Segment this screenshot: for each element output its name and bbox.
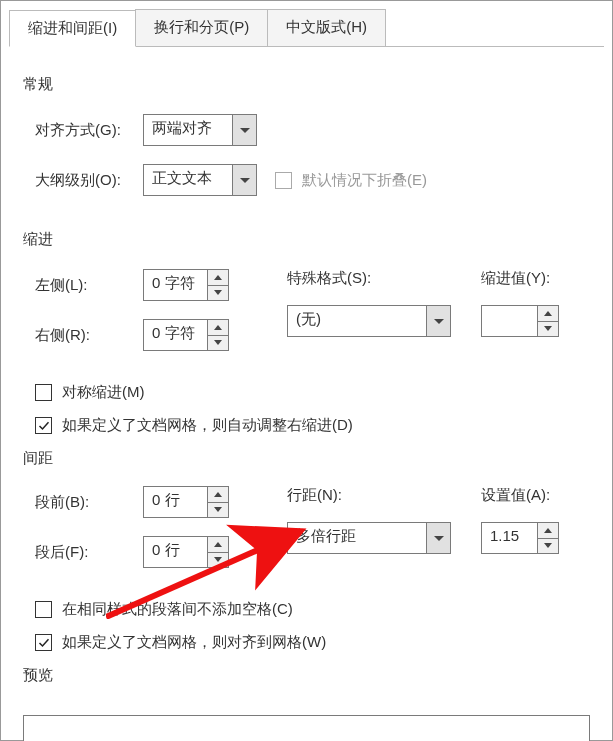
spinner-buttons [207, 319, 229, 351]
col-set-value: 设置值(A): 1.15 [481, 486, 559, 586]
outline-value: 正文文本 [143, 164, 233, 196]
indent-left-label: 左侧(L): [23, 276, 143, 295]
arrow-down-icon [544, 543, 552, 548]
snap-to-grid-checkbox[interactable] [35, 634, 52, 651]
spinner-down-button[interactable] [208, 336, 228, 351]
snap-to-grid-row[interactable]: 如果定义了文档网格，则对齐到网格(W) [35, 633, 590, 652]
space-after-label: 段后(F): [23, 543, 143, 562]
arrow-up-icon [214, 492, 222, 497]
spinner-down-button[interactable] [208, 286, 228, 301]
indent-value-label: 缩进值(Y): [481, 269, 559, 288]
row-space-before: 段前(B): 0 行 [23, 486, 229, 518]
auto-adjust-indent-row[interactable]: 如果定义了文档网格，则自动调整右缩进(D) [35, 416, 590, 435]
section-preview-title: 预览 [23, 666, 590, 685]
arrow-up-icon [214, 325, 222, 330]
spinner-down-button[interactable] [208, 553, 228, 568]
space-after-spinner[interactable]: 0 行 [143, 536, 229, 568]
arrow-down-icon [214, 507, 222, 512]
col-indent-value: 缩进值(Y): [481, 269, 559, 369]
tab-label: 中文版式(H) [286, 18, 367, 35]
spinner-up-button[interactable] [538, 306, 558, 322]
spinner-up-button[interactable] [208, 270, 228, 286]
checkmark-icon [38, 637, 50, 649]
arrow-up-icon [214, 542, 222, 547]
indent-value-spinner[interactable] [481, 305, 559, 337]
checkmark-icon [38, 420, 50, 432]
snap-to-grid-label: 如果定义了文档网格，则对齐到网格(W) [62, 633, 326, 652]
tab-label: 缩进和间距(I) [28, 19, 117, 36]
col-special-format: 特殊格式(S): (无) [287, 269, 451, 369]
spinner-up-button[interactable] [538, 523, 558, 539]
space-after-value[interactable]: 0 行 [143, 536, 207, 568]
line-spacing-select[interactable]: 多倍行距 [287, 522, 451, 554]
alignment-value: 两端对齐 [143, 114, 233, 146]
row-indent-right: 右侧(R): 0 字符 [23, 319, 229, 351]
special-format-label: 特殊格式(S): [287, 269, 451, 288]
special-format-dropdown-button[interactable] [427, 305, 451, 337]
arrow-up-icon [544, 311, 552, 316]
indent-right-label: 右侧(R): [23, 326, 143, 345]
tab-content: 常规 对齐方式(G): 两端对齐 大纲级别(O): 正文文本 默认情况下折叠(E… [1, 47, 612, 705]
no-space-same-style-checkbox[interactable] [35, 601, 52, 618]
auto-adjust-indent-checkbox[interactable] [35, 417, 52, 434]
outline-dropdown-button[interactable] [233, 164, 257, 196]
spinner-buttons [207, 536, 229, 568]
space-before-spinner[interactable]: 0 行 [143, 486, 229, 518]
paragraph-dialog: 缩进和间距(I) 换行和分页(P) 中文版式(H) 常规 对齐方式(G): 两端… [0, 0, 613, 741]
set-value-label: 设置值(A): [481, 486, 559, 505]
mirror-indent-checkbox[interactable] [35, 384, 52, 401]
preview-box [23, 715, 590, 741]
indent-right-spinner[interactable]: 0 字符 [143, 319, 229, 351]
auto-adjust-indent-label: 如果定义了文档网格，则自动调整右缩进(D) [62, 416, 353, 435]
mirror-indent-row[interactable]: 对称缩进(M) [35, 383, 590, 402]
arrow-down-icon [214, 290, 222, 295]
indent-right-value[interactable]: 0 字符 [143, 319, 207, 351]
collapse-checkbox-row: 默认情况下折叠(E) [275, 171, 427, 190]
section-indent-title: 缩进 [23, 230, 590, 249]
indent-block: 左侧(L): 0 字符 右侧(R): 0 字符 [23, 269, 590, 369]
spinner-down-button[interactable] [538, 322, 558, 337]
spinner-up-button[interactable] [208, 537, 228, 553]
chevron-down-icon [240, 128, 250, 133]
col-line-spacing: 行距(N): 多倍行距 [287, 486, 451, 586]
alignment-dropdown-button[interactable] [233, 114, 257, 146]
spinner-up-button[interactable] [208, 320, 228, 336]
set-value-spinner[interactable]: 1.15 [481, 522, 559, 554]
tab-line-page-breaks[interactable]: 换行和分页(P) [135, 9, 268, 46]
collapse-label: 默认情况下折叠(E) [302, 171, 427, 190]
mirror-indent-label: 对称缩进(M) [62, 383, 145, 402]
space-before-value[interactable]: 0 行 [143, 486, 207, 518]
indent-left-value[interactable]: 0 字符 [143, 269, 207, 301]
arrow-up-icon [544, 528, 552, 533]
spinner-up-button[interactable] [208, 487, 228, 503]
no-space-same-style-row[interactable]: 在相同样式的段落间不添加空格(C) [35, 600, 590, 619]
chevron-down-icon [240, 178, 250, 183]
alignment-label: 对齐方式(G): [23, 121, 143, 140]
section-general-title: 常规 [23, 75, 590, 94]
tab-asian-typography[interactable]: 中文版式(H) [267, 9, 386, 46]
special-format-select[interactable]: (无) [287, 305, 451, 337]
row-outline-level: 大纲级别(O): 正文文本 默认情况下折叠(E) [23, 164, 590, 196]
arrow-up-icon [214, 275, 222, 280]
indent-value-input[interactable] [481, 305, 537, 337]
row-indent-left: 左侧(L): 0 字符 [23, 269, 229, 301]
row-space-after: 段后(F): 0 行 [23, 536, 229, 568]
arrow-down-icon [544, 326, 552, 331]
indent-left-spinner[interactable]: 0 字符 [143, 269, 229, 301]
space-before-label: 段前(B): [23, 493, 143, 512]
spinner-down-button[interactable] [208, 503, 228, 518]
spinner-buttons [537, 305, 559, 337]
row-alignment: 对齐方式(G): 两端对齐 [23, 114, 590, 146]
set-value-input[interactable]: 1.15 [481, 522, 537, 554]
line-spacing-dropdown-button[interactable] [427, 522, 451, 554]
alignment-select[interactable]: 两端对齐 [143, 114, 257, 146]
no-space-same-style-label: 在相同样式的段落间不添加空格(C) [62, 600, 293, 619]
line-spacing-value: 多倍行距 [287, 522, 427, 554]
outline-select[interactable]: 正文文本 [143, 164, 257, 196]
arrow-down-icon [214, 557, 222, 562]
chevron-down-icon [434, 536, 444, 541]
arrow-down-icon [214, 340, 222, 345]
tab-indent-spacing[interactable]: 缩进和间距(I) [9, 10, 136, 47]
tab-label: 换行和分页(P) [154, 18, 249, 35]
spinner-down-button[interactable] [538, 539, 558, 554]
